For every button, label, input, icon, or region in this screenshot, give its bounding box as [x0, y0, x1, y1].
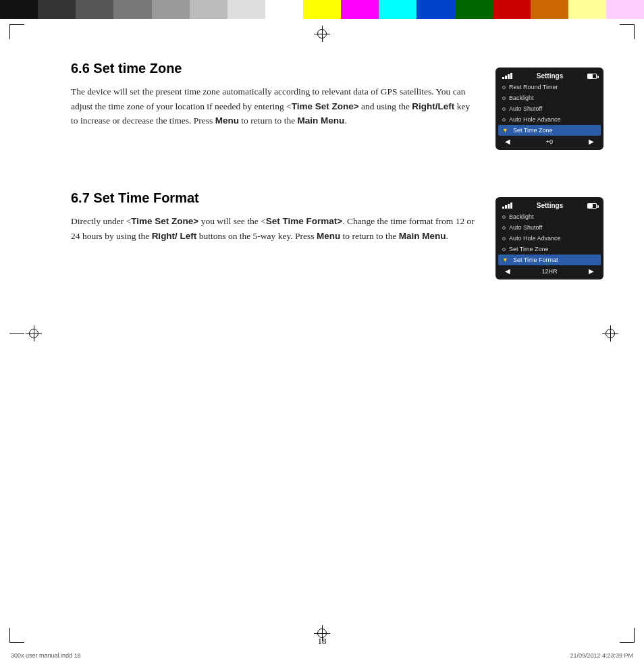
nav-bar-67: ◀ 12HR ▶ — [498, 265, 601, 277]
section-67-title: 6.7 Set Time Format — [71, 190, 475, 206]
nav-value-66: +0 — [546, 138, 553, 145]
menu-dot — [502, 226, 506, 230]
device-mockup-66: Settings Rest Round Timer Backlight Au — [495, 68, 610, 150]
nav-bar-66: ◀ +0 ▶ — [498, 136, 601, 147]
menu-item-backlight-67: Backlight — [498, 211, 601, 222]
menu-item-auto-shutoff-66: Auto Shutoff — [498, 103, 601, 114]
device-screen-66: Settings Rest Round Timer Backlight Au — [495, 68, 603, 150]
menu-dot — [502, 86, 506, 89]
menu-item-auto-shutoff-67: Auto Shutoff — [498, 222, 601, 233]
signal-bars-66 — [502, 73, 512, 79]
crosshair-left — [26, 325, 42, 342]
menu-dot — [502, 97, 506, 100]
device-title-67: Settings — [537, 202, 563, 209]
menu-item-set-time-format-67: ▼ Set Time Format — [498, 255, 601, 265]
page-number: 18 — [0, 636, 644, 647]
section-67-text: 6.7 Set Time Format Directly under <Time… — [71, 190, 475, 279]
section-66-text: 6.6 Set time Zone The device will set th… — [71, 61, 475, 150]
menu-dot — [502, 215, 506, 219]
device-title-66: Settings — [537, 72, 563, 80]
menu-item-backlight-66: Backlight — [498, 92, 601, 103]
device-screen-67: Settings Backlight Auto Shutoff Auto H — [495, 197, 603, 279]
nav-right-arrow-66: ▶ — [589, 138, 594, 145]
footer-bar: 300x user manual.indd 18 21/09/2012 4:23… — [0, 652, 644, 659]
section-66-title: 6.6 Set time Zone — [71, 61, 475, 76]
section-67: 6.7 Set Time Format Directly under <Time… — [71, 190, 610, 279]
device-header-66: Settings — [498, 70, 601, 82]
menu-dot — [502, 107, 506, 111]
section-66-body: The device will set the present time zon… — [71, 84, 475, 128]
menu-item-auto-hole-advance-66: Auto Hole Advance — [498, 114, 601, 125]
crop-mark-tl-h — [9, 24, 24, 25]
menu-dot — [502, 248, 506, 251]
menu-item-set-time-zone-66: ▼ Set Time Zone — [498, 125, 601, 136]
menu-dot — [502, 118, 506, 122]
menu-item-auto-hole-advance-67: Auto Hole Advance — [498, 233, 601, 244]
nav-right-arrow-67: ▶ — [589, 267, 594, 275]
section-66: 6.6 Set time Zone The device will set th… — [71, 61, 610, 150]
crop-mark-tl-v — [9, 24, 10, 39]
footer-left: 300x user manual.indd 18 — [11, 652, 81, 659]
menu-item-rest-round-timer: Rest Round Timer — [498, 82, 601, 92]
nav-left-arrow-66: ◀ — [505, 138, 510, 145]
main-content: 6.6 Set time Zone The device will set th… — [71, 61, 610, 313]
crop-mark-tr-v — [634, 24, 635, 39]
section-67-body: Directly under <Time Set Zone> you will … — [71, 214, 475, 243]
crosshair-top — [314, 26, 330, 42]
battery-icon-66 — [587, 74, 597, 79]
edge-mark-left — [9, 334, 24, 334]
device-header-67: Settings — [498, 200, 601, 211]
selected-arrow-icon-67: ▼ — [502, 257, 508, 263]
menu-item-set-time-zone-67: Set Time Zone — [498, 244, 601, 255]
footer-right: 21/09/2012 4:23:39 PM — [570, 652, 633, 659]
crop-mark-tr-h — [620, 24, 635, 25]
color-bar — [0, 0, 644, 19]
crosshair-right — [602, 325, 618, 342]
battery-icon-67 — [587, 203, 597, 209]
signal-bars-67 — [502, 203, 512, 209]
selected-arrow-icon-66: ▼ — [502, 127, 508, 134]
device-mockup-67: Settings Backlight Auto Shutoff Auto H — [495, 197, 610, 279]
menu-dot — [502, 237, 506, 240]
nav-value-67: 12HR — [541, 268, 557, 275]
nav-left-arrow-67: ◀ — [505, 267, 510, 275]
